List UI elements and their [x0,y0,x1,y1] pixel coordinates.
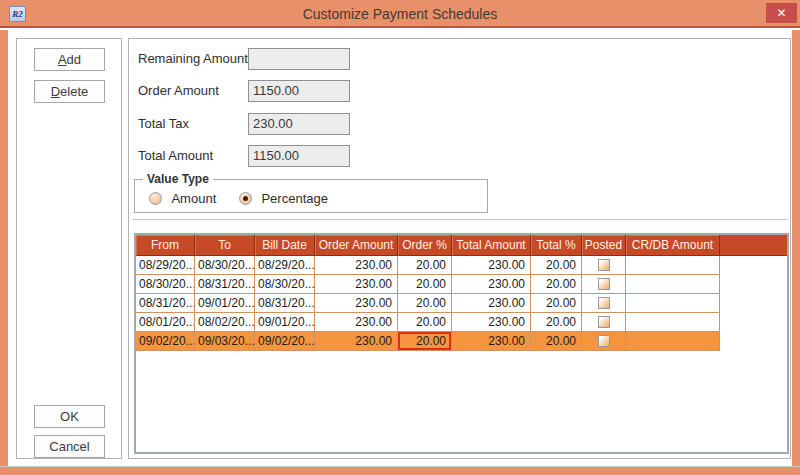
column-header-bill-date[interactable]: Bill Date [255,235,315,256]
cell-order-pct[interactable]: 20.00 [398,256,452,275]
total-amount-label: Total Amount [138,145,213,167]
cell-to[interactable]: 08/02/20... [195,313,255,332]
cell-total-pct[interactable]: 20.00 [531,275,582,294]
cell-bill-date[interactable]: 08/31/20... [255,294,315,313]
table-row[interactable]: 08/29/20... 08/30/20... 08/29/20... 230.… [136,256,787,275]
form-row-total-amount: Total Amount 1150.00 [129,145,790,167]
cell-posted[interactable] [582,256,626,275]
cell-order-amount[interactable]: 230.00 [315,313,398,332]
titlebar: R2 Customize Payment Schedules ✕ [0,0,800,28]
cell-from[interactable]: 08/01/20... [136,313,195,332]
grid-rows: 08/29/20... 08/30/20... 08/29/20... 230.… [136,256,787,351]
total-tax-field[interactable]: 230.00 [248,113,350,135]
cell-from[interactable]: 08/29/20... [136,256,195,275]
posted-checkbox[interactable] [598,259,610,271]
cell-to[interactable]: 08/30/20... [195,256,255,275]
form-row-total-tax: Total Tax 230.00 [129,113,790,135]
close-button[interactable]: ✕ [766,3,797,23]
cell-filler [720,313,787,332]
order-amount-field[interactable]: 1150.00 [248,80,350,102]
cell-from[interactable]: 09/02/20... [136,332,195,351]
ok-button[interactable]: OK [34,405,105,428]
cell-total-amount[interactable]: 230.00 [452,313,531,332]
cell-total-pct[interactable]: 20.00 [531,313,582,332]
posted-checkbox[interactable] [598,278,610,290]
cell-from[interactable]: 08/31/20... [136,294,195,313]
cell-order-pct[interactable]: 20.00 [398,332,452,351]
radio-percentage-icon[interactable] [239,192,252,205]
delete-button[interactable]: Delete [34,80,105,103]
cell-order-pct[interactable]: 20.00 [398,294,452,313]
column-header-order-amount[interactable]: Order Amount [315,235,398,256]
cell-total-pct[interactable]: 20.00 [531,294,582,313]
grid-header-row: From To Bill Date Order Amount Order % T… [136,235,787,256]
column-header-crdb-amount[interactable]: CR/DB Amount [626,235,720,256]
add-button[interactable]: Add [34,48,105,71]
cell-order-amount[interactable]: 230.00 [315,294,398,313]
posted-checkbox[interactable] [598,297,610,309]
window-frame-bottom [0,466,800,475]
table-row[interactable]: 08/31/20... 09/01/20... 08/31/20... 230.… [136,294,787,313]
column-header-filler [720,235,787,256]
form-row-order-amount: Order Amount 1150.00 [129,80,790,102]
cell-order-amount[interactable]: 230.00 [315,275,398,294]
cell-total-pct[interactable]: 20.00 [531,332,582,351]
cell-crdb-amount[interactable] [626,313,720,332]
cell-total-amount[interactable]: 230.00 [452,275,531,294]
cell-bill-date[interactable]: 09/01/20... [255,313,315,332]
cell-filler [720,256,787,275]
column-header-total-pct[interactable]: Total % [531,235,582,256]
radio-percentage[interactable]: Percentage [239,189,328,204]
cell-total-amount[interactable]: 230.00 [452,256,531,275]
column-header-order-pct[interactable]: Order % [398,235,452,256]
remaining-amount-field[interactable] [248,48,350,70]
column-header-posted[interactable]: Posted [582,235,626,256]
payment-schedule-grid: From To Bill Date Order Amount Order % T… [134,233,789,454]
cell-filler [720,332,787,351]
cell-filler [720,275,787,294]
column-header-total-amount[interactable]: Total Amount [452,235,531,256]
cell-from[interactable]: 08/30/20... [136,275,195,294]
table-row[interactable]: 08/30/20... 08/31/20... 08/30/20... 230.… [136,275,787,294]
separator-line [133,219,788,221]
cell-order-pct[interactable]: 20.00 [398,313,452,332]
form-row-remaining-amount: Remaining Amount [129,48,790,70]
cell-crdb-amount[interactable] [626,294,720,313]
cell-order-amount[interactable]: 230.00 [315,256,398,275]
cell-total-pct[interactable]: 20.00 [531,256,582,275]
cell-to[interactable]: 09/03/20... [195,332,255,351]
cell-posted[interactable] [582,294,626,313]
table-row[interactable]: 08/01/20... 08/02/20... 09/01/20... 230.… [136,313,787,332]
cell-posted[interactable] [582,313,626,332]
cell-crdb-amount[interactable] [626,275,720,294]
cell-bill-date[interactable]: 08/29/20... [255,256,315,275]
cell-to[interactable]: 09/01/20... [195,294,255,313]
cell-posted[interactable] [582,332,626,351]
cell-total-amount[interactable]: 230.00 [452,294,531,313]
cancel-button[interactable]: Cancel [34,435,105,458]
dialog-customize-payment-schedules: R2 Customize Payment Schedules ✕ Add Del… [0,0,800,475]
cell-total-amount[interactable]: 230.00 [452,332,531,351]
radio-percentage-label[interactable]: Percentage [261,191,328,206]
posted-checkbox[interactable] [598,335,610,347]
radio-amount-icon[interactable] [149,192,162,205]
radio-amount[interactable]: Amount [149,189,216,204]
content-panel: Remaining Amount Order Amount 1150.00 To… [128,38,791,459]
cell-order-amount[interactable]: 230.00 [315,332,398,351]
cell-bill-date[interactable]: 08/30/20... [255,275,315,294]
cell-order-pct[interactable]: 20.00 [398,275,452,294]
cell-crdb-amount[interactable] [626,332,720,351]
cell-to[interactable]: 08/31/20... [195,275,255,294]
cell-crdb-amount[interactable] [626,256,720,275]
column-header-from[interactable]: From [136,235,195,256]
window-frame-left [0,30,8,466]
window-frame-right [792,30,800,466]
total-amount-field[interactable]: 1150.00 [248,145,350,167]
cell-posted[interactable] [582,275,626,294]
cell-bill-date[interactable]: 09/02/20... [255,332,315,351]
posted-checkbox[interactable] [598,316,610,328]
radio-amount-label[interactable]: Amount [171,191,216,206]
column-header-to[interactable]: To [195,235,255,256]
order-amount-label: Order Amount [138,80,219,102]
table-row[interactable]: 09/02/20... 09/03/20... 09/02/20... 230.… [136,332,787,351]
